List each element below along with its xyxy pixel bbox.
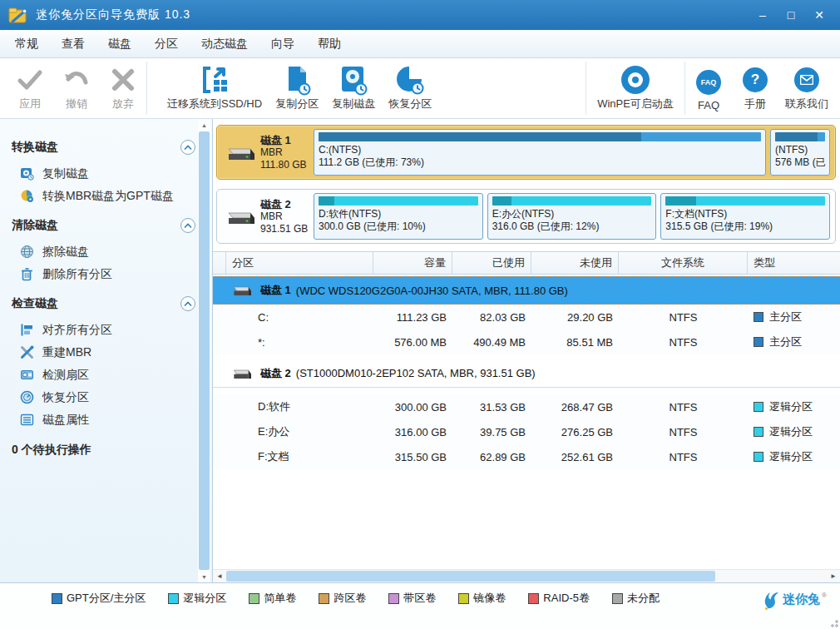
column-capacity[interactable]: 容量 — [373, 252, 452, 274]
partition-label: D:软件(NTFS) — [319, 208, 478, 220]
sidebar-item-copy-disk[interactable]: 复制磁盘 — [12, 162, 195, 185]
partition-row-e[interactable]: E:办公 316.00 GB 39.75 GB 276.25 GB NTFS 逻… — [213, 419, 840, 444]
winpe-button[interactable]: WinPE可启动盘 — [586, 58, 684, 118]
capacity-value: 300.00 GB — [373, 394, 452, 419]
column-used[interactable]: 已使用 — [452, 252, 531, 274]
scroll-up-icon[interactable]: ▲ — [198, 119, 210, 131]
section-convert-disk[interactable]: 转换磁盘 — [12, 137, 195, 157]
partition-info: 316.0 GB (已使用: 12%) — [492, 220, 652, 233]
sidebar-item-align-all-partitions[interactable]: 对齐所有分区 — [12, 319, 195, 341]
sidebar-item-delete-all-partitions[interactable]: 删除所有分区 — [12, 263, 195, 285]
menu-item-general[interactable]: 常规 — [3, 32, 50, 57]
disk1-partition-star-block[interactable]: (NTFS) 576 MB (已 — [770, 129, 830, 176]
column-partition[interactable]: 分区 — [226, 252, 373, 274]
filesystem-value: NTFS — [619, 305, 748, 329]
scroll-left-icon[interactable]: ◄ — [213, 572, 226, 580]
winpe-disc-icon — [621, 63, 650, 97]
menu-item-disk[interactable]: 磁盘 — [96, 32, 143, 57]
partition-row-f[interactable]: F:文档 315.50 GB 62.89 GB 252.61 GB NTFS 逻… — [213, 444, 840, 469]
recover-partition-button[interactable]: 恢复分区 — [382, 58, 438, 118]
column-unused[interactable]: 未使用 — [531, 252, 619, 274]
resize-grip-icon[interactable] — [828, 617, 838, 627]
sidebar-item-rebuild-mbr[interactable]: 重建MBR — [12, 341, 195, 364]
disk1-panel[interactable]: 磁盘 1 MBR 111.80 GB C:(NTFS) 111.2 GB (已使… — [216, 125, 836, 180]
type-cell: 主分区 — [748, 329, 840, 354]
menu-item-wizard[interactable]: 向导 — [259, 32, 306, 57]
disk-name: 磁盘 1 — [260, 283, 291, 298]
faq-button[interactable]: FAQ FAQ — [685, 58, 732, 118]
sidebar-item-disk-properties[interactable]: 磁盘属性 — [12, 409, 195, 431]
filesystem-value: NTFS — [619, 394, 748, 419]
disk1-group-row[interactable]: 磁盘 1 (WDC WDS120G2G0A-00JH30 SATA, MBR, … — [213, 276, 840, 305]
scroll-right-icon[interactable]: ► — [827, 572, 840, 580]
minimize-icon[interactable]: – — [750, 5, 775, 25]
check-icon — [15, 63, 45, 97]
logical-partition-swatch — [754, 452, 763, 462]
disk2-partition-d-block[interactable]: D:软件(NTFS) 300.0 GB (已使用: 10%) — [314, 193, 483, 240]
disk2-partition-e-block[interactable]: E:办公(NTFS) 316.0 GB (已使用: 12%) — [487, 193, 657, 240]
capacity-value: 111.23 GB — [373, 305, 452, 329]
manual-button[interactable]: ? 手册 — [732, 58, 778, 118]
type-label: 主分区 — [769, 310, 802, 324]
legend-swatch — [52, 593, 62, 604]
partition-info: 576 MB (已 — [775, 156, 825, 169]
logical-partition-swatch — [754, 427, 763, 437]
section-clean-disk[interactable]: 清除磁盘 — [12, 215, 195, 235]
sidebar-item-wipe-disk[interactable]: 擦除磁盘 — [12, 240, 195, 263]
disk2-panel[interactable]: 磁盘 2 MBR 931.51 GB D:软件(NTFS) 300.0 GB (… — [216, 189, 836, 244]
legend-bar: GPT分区/主分区 逻辑分区 简单卷 跨区卷 带区卷 镜像卷 — [0, 582, 840, 629]
menu-item-partition[interactable]: 分区 — [143, 32, 190, 57]
horizontal-scrollbar-thumb[interactable] — [226, 571, 715, 582]
section-check-disk[interactable]: 检查磁盘 — [12, 294, 195, 314]
apply-button[interactable]: 应用 — [7, 58, 53, 118]
horizontal-scrollbar[interactable]: ◄ ► — [213, 569, 840, 582]
type-cell: 主分区 — [748, 305, 840, 329]
disk1-partition-c-block[interactable]: C:(NTFS) 111.2 GB (已使用: 73%) — [314, 129, 766, 176]
column-type[interactable]: 类型 — [748, 252, 840, 274]
partition-row-d[interactable]: D:软件 300.00 GB 31.53 GB 268.47 GB NTFS 逻… — [213, 394, 840, 419]
partition-row-c[interactable]: C: 111.23 GB 82.03 GB 29.20 GB NTFS 主分区 — [213, 305, 840, 329]
sidebar-item-surface-test[interactable]: 检测扇区 — [12, 364, 195, 386]
faq-icon: FAQ — [696, 66, 721, 99]
menu-item-dynamic-disk[interactable]: 动态磁盘 — [190, 32, 259, 57]
menu-item-help[interactable]: 帮助 — [306, 32, 353, 57]
undo-button[interactable]: 撤销 — [53, 58, 100, 118]
question-icon: ? — [743, 63, 768, 97]
primary-partition-swatch — [754, 312, 763, 322]
copy-disk-button[interactable]: 复制磁盘 — [325, 58, 382, 118]
legend: GPT分区/主分区 逻辑分区 简单卷 跨区卷 带区卷 镜像卷 — [52, 591, 660, 606]
menu-item-view[interactable]: 查看 — [50, 32, 96, 57]
partition-info: 315.5 GB (已使用: 19%) — [665, 220, 825, 233]
contact-button[interactable]: 联系我们 — [778, 58, 835, 118]
discard-button[interactable]: 放弃 — [100, 58, 146, 118]
chevron-up-icon[interactable] — [180, 296, 195, 311]
used-value: 82.03 GB — [452, 305, 531, 329]
disk1-scheme: MBR — [260, 146, 307, 159]
column-filesystem[interactable]: 文件系统 — [619, 252, 748, 274]
chevron-up-icon[interactable] — [180, 140, 195, 155]
toolbar-help-group: FAQ FAQ ? 手册 联系我们 — [685, 58, 840, 118]
sidebar-item-partition-recovery[interactable]: 恢复分区 — [12, 386, 195, 409]
partition-row-star[interactable]: *: 576.00 MB 490.49 MB 85.51 MB NTFS 主分区 — [213, 329, 840, 354]
hdd-icon — [224, 142, 255, 162]
pie-gear-icon — [20, 189, 34, 203]
usage-bar — [319, 132, 761, 141]
migrate-os-button[interactable]: 迁移系统到SSD/HD — [161, 58, 269, 118]
scroll-down-icon[interactable]: ▼ — [198, 571, 210, 582]
maximize-icon[interactable]: □ — [778, 5, 803, 25]
close-icon[interactable]: ✕ — [807, 5, 832, 25]
sidebar-scrollbar[interactable]: ▲ ▼ — [198, 119, 210, 582]
rabbit-icon — [759, 587, 781, 612]
sidebar-scrollbar-thumb[interactable] — [199, 131, 210, 570]
sidebar-item-mbr-to-gpt[interactable]: 转换MBR磁盘为GPT磁盘 — [12, 185, 195, 207]
partition-name: E:办公 — [226, 419, 373, 444]
chevron-up-icon[interactable] — [180, 218, 195, 233]
legend-swatch — [612, 593, 623, 604]
disk2-group-row[interactable]: 磁盘 2 (ST1000DM010-2EP102 SATA, MBR, 931.… — [213, 359, 840, 388]
legend-item-primary: GPT分区/主分区 — [52, 591, 146, 606]
unused-value: 276.25 GB — [531, 419, 619, 444]
gauge-icon — [20, 390, 34, 404]
disk2-name: 磁盘 2 — [260, 198, 308, 210]
disk2-partition-f-block[interactable]: F:文档(NTFS) 315.5 GB (已使用: 19%) — [660, 193, 830, 240]
copy-partition-button[interactable]: 复制分区 — [269, 58, 325, 118]
